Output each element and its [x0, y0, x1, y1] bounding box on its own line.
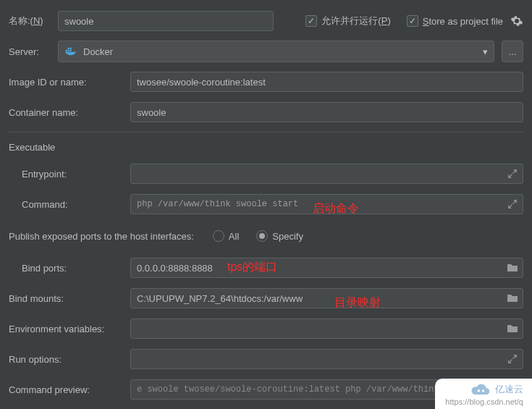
check-icon: ✓ [407, 15, 418, 27]
cloud-icon [470, 383, 491, 396]
entrypoint-input[interactable] [130, 164, 523, 184]
divider [9, 132, 523, 132]
radio-specify-label: Specify [272, 231, 303, 242]
command-label: Command: [9, 199, 123, 210]
svg-rect-4 [70, 48, 72, 49]
store-project-label: Store as project file [423, 16, 503, 27]
radio-all-label: All [229, 231, 239, 242]
run-options-label: Run options: [9, 354, 123, 365]
command-preview-label: Command preview: [9, 384, 123, 395]
chevron-down-icon: ▾ [483, 46, 488, 57]
expand-icon[interactable] [507, 353, 518, 365]
server-select[interactable]: Docker ▾ [58, 41, 494, 62]
watermark-url: https://blog.csdn.net/q [445, 397, 523, 406]
bind-ports-label: Bind ports: [9, 263, 123, 274]
image-id-input[interactable] [130, 72, 523, 92]
svg-point-5 [478, 389, 481, 392]
radio-all[interactable]: All [213, 230, 239, 242]
docker-icon [64, 46, 77, 56]
folder-icon[interactable] [507, 323, 518, 334]
executable-section-label: Executable [9, 142, 55, 153]
server-value: Docker [83, 46, 113, 57]
bind-mounts-label: Bind mounts: [9, 293, 123, 304]
folder-icon[interactable] [507, 292, 518, 304]
folder-icon[interactable] [507, 262, 518, 274]
svg-point-6 [482, 389, 485, 392]
container-name-label: Container name: [9, 107, 123, 118]
svg-rect-3 [68, 48, 69, 49]
store-project-checkbox[interactable]: ✓ Store as project file [407, 15, 503, 27]
name-label: 名称:(N) [9, 14, 51, 28]
entrypoint-label: Entrypoint: [9, 169, 123, 180]
expand-icon[interactable] [507, 198, 518, 210]
svg-rect-0 [66, 50, 67, 51]
svg-rect-1 [68, 50, 69, 51]
check-icon: ✓ [305, 15, 317, 27]
name-input[interactable] [58, 11, 274, 31]
allow-parallel-checkbox[interactable]: ✓ 允许并行运行(P) [305, 14, 390, 28]
radio-icon [213, 230, 224, 242]
watermark-brand: 亿速云 [495, 383, 523, 396]
watermark: 亿速云 https://blog.csdn.net/q [435, 379, 532, 409]
server-browse-button[interactable]: ... [502, 41, 523, 62]
bind-ports-input[interactable] [130, 258, 523, 278]
image-id-label: Image ID or name: [9, 77, 123, 88]
command-input[interactable] [130, 194, 523, 214]
radio-specify[interactable]: Specify [256, 230, 303, 242]
gear-icon[interactable] [510, 14, 523, 28]
run-options-input[interactable] [130, 349, 523, 369]
container-name-input[interactable] [130, 102, 523, 122]
allow-parallel-label: 允许并行运行(P) [321, 14, 390, 28]
publish-ports-label: Publish exposed ports to the host interf… [9, 231, 194, 242]
expand-icon[interactable] [507, 168, 518, 180]
radio-icon [256, 230, 268, 242]
bind-mounts-input[interactable] [130, 288, 523, 308]
server-label: Server: [9, 46, 51, 57]
env-vars-input[interactable] [130, 319, 523, 339]
svg-rect-2 [70, 50, 72, 51]
env-vars-label: Environment variables: [9, 324, 123, 334]
